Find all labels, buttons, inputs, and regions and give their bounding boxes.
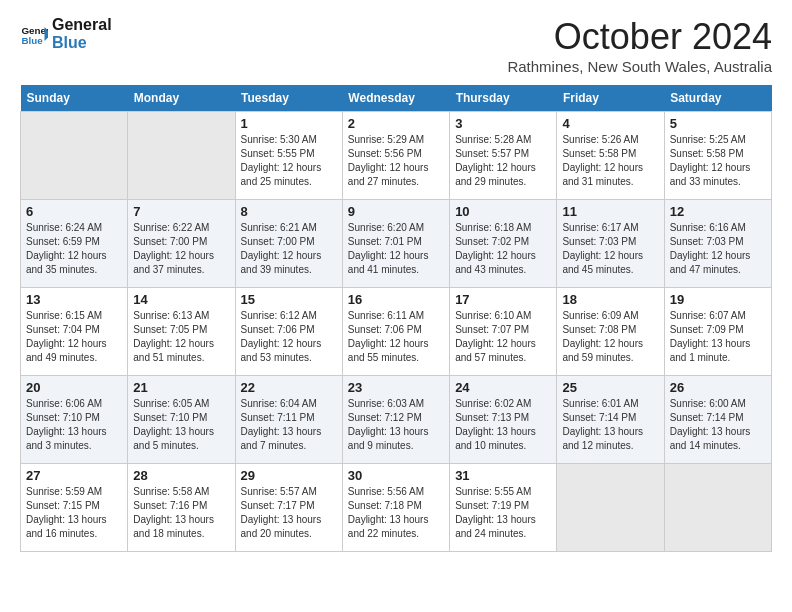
svg-text:Blue: Blue [21,34,43,45]
cell-info: Sunrise: 6:21 AMSunset: 7:00 PMDaylight:… [241,221,337,277]
day-number: 2 [348,116,444,131]
cell-info: Sunrise: 6:10 AMSunset: 7:07 PMDaylight:… [455,309,551,365]
day-header-sunday: Sunday [21,85,128,112]
calendar-cell: 1Sunrise: 5:30 AMSunset: 5:55 PMDaylight… [235,112,342,200]
calendar-cell [128,112,235,200]
calendar-cell: 16Sunrise: 6:11 AMSunset: 7:06 PMDayligh… [342,288,449,376]
logo-general: General [52,16,112,34]
day-number: 24 [455,380,551,395]
week-row-4: 20Sunrise: 6:06 AMSunset: 7:10 PMDayligh… [21,376,772,464]
day-number: 10 [455,204,551,219]
day-number: 19 [670,292,766,307]
day-header-monday: Monday [128,85,235,112]
cell-info: Sunrise: 6:22 AMSunset: 7:00 PMDaylight:… [133,221,229,277]
cell-info: Sunrise: 5:57 AMSunset: 7:17 PMDaylight:… [241,485,337,541]
calendar-cell: 27Sunrise: 5:59 AMSunset: 7:15 PMDayligh… [21,464,128,552]
calendar-cell: 29Sunrise: 5:57 AMSunset: 7:17 PMDayligh… [235,464,342,552]
day-number: 4 [562,116,658,131]
calendar-cell: 4Sunrise: 5:26 AMSunset: 5:58 PMDaylight… [557,112,664,200]
cell-info: Sunrise: 6:15 AMSunset: 7:04 PMDaylight:… [26,309,122,365]
day-number: 27 [26,468,122,483]
calendar-cell: 24Sunrise: 6:02 AMSunset: 7:13 PMDayligh… [450,376,557,464]
cell-info: Sunrise: 6:12 AMSunset: 7:06 PMDaylight:… [241,309,337,365]
calendar-cell: 22Sunrise: 6:04 AMSunset: 7:11 PMDayligh… [235,376,342,464]
calendar-cell: 2Sunrise: 5:29 AMSunset: 5:56 PMDaylight… [342,112,449,200]
calendar-cell: 15Sunrise: 6:12 AMSunset: 7:06 PMDayligh… [235,288,342,376]
day-number: 18 [562,292,658,307]
calendar-cell: 23Sunrise: 6:03 AMSunset: 7:12 PMDayligh… [342,376,449,464]
calendar-cell: 13Sunrise: 6:15 AMSunset: 7:04 PMDayligh… [21,288,128,376]
day-header-thursday: Thursday [450,85,557,112]
week-row-5: 27Sunrise: 5:59 AMSunset: 7:15 PMDayligh… [21,464,772,552]
cell-info: Sunrise: 6:04 AMSunset: 7:11 PMDaylight:… [241,397,337,453]
calendar-cell: 19Sunrise: 6:07 AMSunset: 7:09 PMDayligh… [664,288,771,376]
calendar-cell: 17Sunrise: 6:10 AMSunset: 7:07 PMDayligh… [450,288,557,376]
day-number: 15 [241,292,337,307]
cell-info: Sunrise: 6:16 AMSunset: 7:03 PMDaylight:… [670,221,766,277]
calendar-cell [557,464,664,552]
cell-info: Sunrise: 6:18 AMSunset: 7:02 PMDaylight:… [455,221,551,277]
calendar-cell: 6Sunrise: 6:24 AMSunset: 6:59 PMDaylight… [21,200,128,288]
cell-info: Sunrise: 6:00 AMSunset: 7:14 PMDaylight:… [670,397,766,453]
month-title: October 2024 [507,16,772,58]
cell-info: Sunrise: 6:13 AMSunset: 7:05 PMDaylight:… [133,309,229,365]
calendar-cell: 11Sunrise: 6:17 AMSunset: 7:03 PMDayligh… [557,200,664,288]
day-number: 6 [26,204,122,219]
calendar-cell [21,112,128,200]
day-number: 1 [241,116,337,131]
calendar-cell: 26Sunrise: 6:00 AMSunset: 7:14 PMDayligh… [664,376,771,464]
day-header-tuesday: Tuesday [235,85,342,112]
cell-info: Sunrise: 5:30 AMSunset: 5:55 PMDaylight:… [241,133,337,189]
cell-info: Sunrise: 6:03 AMSunset: 7:12 PMDaylight:… [348,397,444,453]
calendar-cell: 7Sunrise: 6:22 AMSunset: 7:00 PMDaylight… [128,200,235,288]
day-header-saturday: Saturday [664,85,771,112]
cell-info: Sunrise: 5:59 AMSunset: 7:15 PMDaylight:… [26,485,122,541]
day-number: 12 [670,204,766,219]
day-number: 14 [133,292,229,307]
day-header-wednesday: Wednesday [342,85,449,112]
logo: General Blue General Blue [20,16,112,51]
day-number: 30 [348,468,444,483]
cell-info: Sunrise: 6:17 AMSunset: 7:03 PMDaylight:… [562,221,658,277]
calendar-cell: 25Sunrise: 6:01 AMSunset: 7:14 PMDayligh… [557,376,664,464]
calendar-table: SundayMondayTuesdayWednesdayThursdayFrid… [20,85,772,552]
day-number: 31 [455,468,551,483]
calendar-cell [664,464,771,552]
cell-info: Sunrise: 5:26 AMSunset: 5:58 PMDaylight:… [562,133,658,189]
cell-info: Sunrise: 6:11 AMSunset: 7:06 PMDaylight:… [348,309,444,365]
day-number: 25 [562,380,658,395]
cell-info: Sunrise: 6:02 AMSunset: 7:13 PMDaylight:… [455,397,551,453]
day-number: 11 [562,204,658,219]
cell-info: Sunrise: 5:55 AMSunset: 7:19 PMDaylight:… [455,485,551,541]
calendar-cell: 20Sunrise: 6:06 AMSunset: 7:10 PMDayligh… [21,376,128,464]
calendar-cell: 28Sunrise: 5:58 AMSunset: 7:16 PMDayligh… [128,464,235,552]
day-header-friday: Friday [557,85,664,112]
cell-info: Sunrise: 6:05 AMSunset: 7:10 PMDaylight:… [133,397,229,453]
header-row: SundayMondayTuesdayWednesdayThursdayFrid… [21,85,772,112]
day-number: 5 [670,116,766,131]
day-number: 23 [348,380,444,395]
cell-info: Sunrise: 5:29 AMSunset: 5:56 PMDaylight:… [348,133,444,189]
calendar-cell: 30Sunrise: 5:56 AMSunset: 7:18 PMDayligh… [342,464,449,552]
cell-info: Sunrise: 5:56 AMSunset: 7:18 PMDaylight:… [348,485,444,541]
location-title: Rathmines, New South Wales, Australia [507,58,772,75]
cell-info: Sunrise: 5:58 AMSunset: 7:16 PMDaylight:… [133,485,229,541]
calendar-cell: 9Sunrise: 6:20 AMSunset: 7:01 PMDaylight… [342,200,449,288]
calendar-cell: 14Sunrise: 6:13 AMSunset: 7:05 PMDayligh… [128,288,235,376]
day-number: 26 [670,380,766,395]
cell-info: Sunrise: 6:09 AMSunset: 7:08 PMDaylight:… [562,309,658,365]
logo-blue: Blue [52,34,112,52]
cell-info: Sunrise: 6:20 AMSunset: 7:01 PMDaylight:… [348,221,444,277]
day-number: 9 [348,204,444,219]
page-header: General Blue General Blue October 2024 R… [20,16,772,75]
cell-info: Sunrise: 6:01 AMSunset: 7:14 PMDaylight:… [562,397,658,453]
week-row-3: 13Sunrise: 6:15 AMSunset: 7:04 PMDayligh… [21,288,772,376]
cell-info: Sunrise: 5:28 AMSunset: 5:57 PMDaylight:… [455,133,551,189]
calendar-cell: 18Sunrise: 6:09 AMSunset: 7:08 PMDayligh… [557,288,664,376]
title-section: October 2024 Rathmines, New South Wales,… [507,16,772,75]
week-row-1: 1Sunrise: 5:30 AMSunset: 5:55 PMDaylight… [21,112,772,200]
calendar-cell: 5Sunrise: 5:25 AMSunset: 5:58 PMDaylight… [664,112,771,200]
calendar-cell: 8Sunrise: 6:21 AMSunset: 7:00 PMDaylight… [235,200,342,288]
day-number: 21 [133,380,229,395]
calendar-cell: 21Sunrise: 6:05 AMSunset: 7:10 PMDayligh… [128,376,235,464]
